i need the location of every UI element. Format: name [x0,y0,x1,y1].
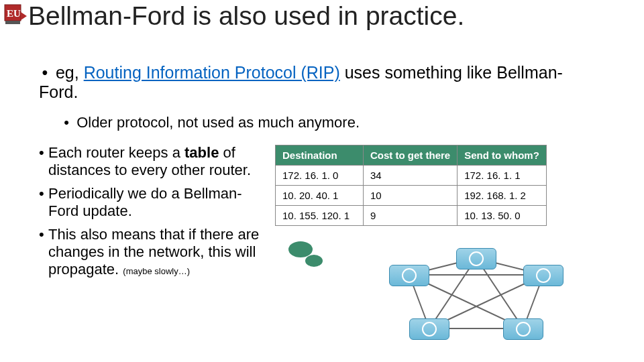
left-bullets: • Each router keeps a table of distances… [39,144,267,284]
router-icon [523,265,564,286]
router-icon [503,318,543,340]
bullet-rip: • eg, Routing Information Protocol (RIP)… [39,63,576,102]
eu-logo: EU [4,4,27,29]
highlight-bubble [305,255,323,267]
router-icon [409,318,449,340]
text: Older protocol, not used as much anymore… [76,114,360,131]
routing-table: Destination Cost to get there Send to wh… [275,145,547,226]
col-destination: Destination [276,145,364,166]
slide: EU Bellman-Ford is also used in practice… [0,0,644,362]
rip-link[interactable]: Routing Information Protocol (RIP) [84,63,340,82]
table-row: 10. 20. 40. 1 10 192. 168. 1. 2 [276,186,547,206]
table-header-row: Destination Cost to get there Send to wh… [276,145,547,166]
router-icon [456,248,496,269]
col-send: Send to whom? [458,145,547,166]
svg-text:EU: EU [7,8,21,19]
svg-rect-2 [5,21,20,24]
col-cost: Cost to get there [364,145,458,166]
network-diagram [376,248,577,355]
table-row: 10. 155. 120. 1 9 10. 13. 50. 0 [276,206,547,226]
text: eg, [56,63,84,82]
slide-title: Bellman-Ford is also used in practice. [28,1,464,31]
router-icon [389,265,429,286]
table-row: 172. 16. 1. 0 34 172. 16. 1. 1 [276,166,547,186]
bullet-older: • Older protocol, not used as much anymo… [60,114,597,131]
